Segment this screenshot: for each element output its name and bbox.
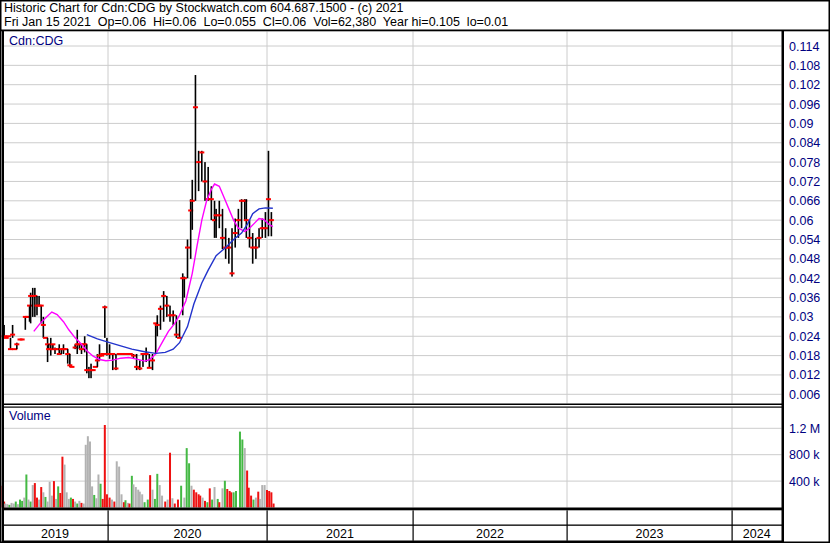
quote-line: Fri Jan 15 2021 Op=0.06 Hi=0.06 Lo=0.055… [4,15,508,29]
price-bar [104,306,106,338]
year-label: 2022 [476,527,504,541]
price-tick-label: 0.096 [789,98,820,112]
close-tick [199,151,204,153]
volume-tick-label: 800 k [789,448,820,462]
volume-bar [118,467,120,508]
price-bar [246,199,248,238]
volume-bar [188,463,190,507]
close-tick [147,367,152,369]
price-tick-label: 0.006 [789,388,820,402]
price-tick-label: 0.114 [789,40,819,54]
volume-bar [235,491,237,508]
volume-bar [161,496,163,508]
volume-bar [241,440,243,508]
volume-bar [268,491,270,508]
price-bar [215,209,217,238]
volume-bar [85,445,87,508]
close-tick [102,306,107,308]
year-label: 2024 [743,527,771,541]
volume-tick-label: 1.2 M [789,422,820,436]
price-tick-label: 0.024 [789,330,820,344]
volume-bar [81,503,83,508]
close-tick [41,324,46,326]
close-tick [244,219,249,221]
price-bar [225,228,227,259]
price-bar [50,338,52,356]
price-bar [195,75,197,201]
close-tick [144,353,149,355]
volume-bar [177,500,179,508]
close-tick [150,359,155,361]
price-bar [106,338,108,356]
close-tick [158,308,163,310]
price-tick-label: 0.018 [789,349,820,363]
close-tick [137,368,142,370]
volume-bar [144,502,146,507]
volume-bar [186,448,188,507]
volume-bar [244,448,246,507]
close-tick [20,338,25,340]
volume-bar [64,465,66,508]
volume-bar [252,500,254,508]
volume-bar [147,500,149,508]
chart-canvas: 0.1140.1080.1020.0960.090.0840.0780.0720… [0,0,830,543]
outer-border-left [0,0,2,543]
volume-bar [36,498,38,508]
year-label: 2021 [326,527,354,541]
price-tick-label: 0.036 [789,291,820,305]
year-label: 2020 [174,527,202,541]
volume-bar [106,494,108,507]
volume-bar [17,504,19,507]
volume-bar [32,485,34,507]
price-tick-label: 0.012 [789,368,820,382]
volume-bar [121,494,123,507]
volume-bar [91,486,93,507]
price-bar [169,306,171,322]
volume-bar [40,487,42,507]
price-bar [76,330,78,354]
volume-bar [270,492,272,507]
volume-bar [13,504,15,508]
volume-bar [97,475,99,508]
volume-pane-label: Volume [9,409,51,423]
price-bar [155,323,157,354]
chart-title-line: Historic Chart for Cdn:CDG by Stockwatch… [4,1,403,15]
price-bar [38,296,40,306]
price-bar [34,288,36,317]
price-tick-label: 0.084 [789,136,820,150]
close-tick [193,106,198,108]
volume-bar [49,482,51,508]
volume-baseline [2,508,784,511]
volume-bar [44,497,46,508]
stockwatch-historic-chart: 0.1140.1080.1020.0960.090.0840.0780.0720… [0,0,830,543]
volume-bar [180,486,182,508]
price-tick-label: 0.054 [789,233,820,247]
close-tick [247,237,252,239]
price-bar [86,344,88,373]
close-tick [185,247,190,249]
volume-bar [128,504,130,508]
volume-bar [139,492,141,508]
close-tick [50,343,55,345]
price-bar [244,199,246,220]
volume-bar [221,488,223,507]
close-tick [14,343,19,345]
price-tick-label: 0.06 [789,214,813,228]
chart-background [0,0,830,543]
volume-bar [100,484,102,508]
year-tick-divider [567,510,568,541]
price-bar [32,288,34,317]
price-bar [228,238,230,264]
volume-bar [51,496,53,508]
pane-separator-lower [2,407,784,408]
volume-bar [149,475,151,507]
close-tick [110,353,115,355]
volume-bar [109,498,111,508]
volume-bar [15,502,17,508]
volume-bar [66,492,68,507]
price-bar [12,325,14,338]
price-bar [187,240,189,279]
axis-mid-line [2,525,784,526]
volume-bar [250,496,252,508]
price-bar [201,151,203,182]
